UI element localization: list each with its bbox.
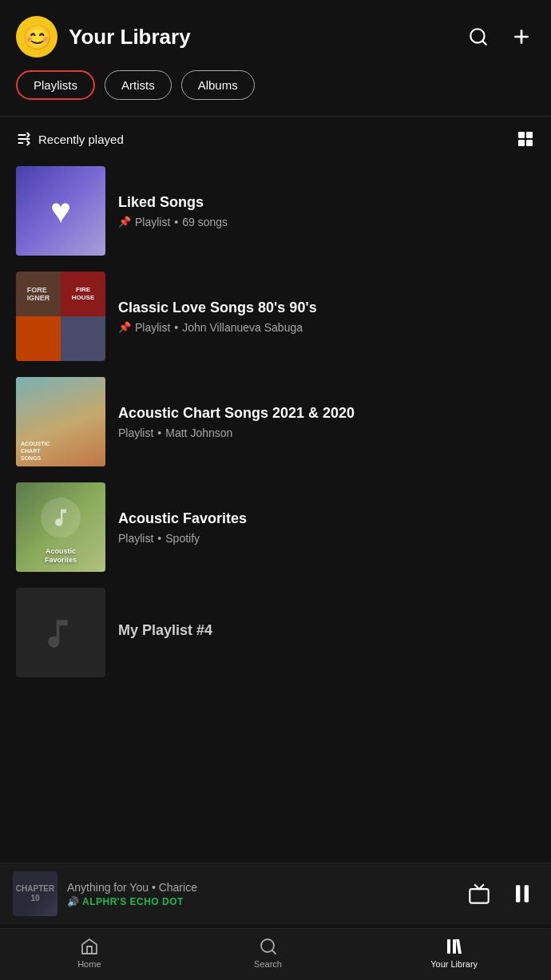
svg-rect-17 <box>453 939 456 954</box>
cast-icon <box>468 883 490 905</box>
plus-icon <box>511 26 532 47</box>
pause-button[interactable] <box>506 878 538 910</box>
add-button[interactable] <box>508 23 535 50</box>
svg-rect-11 <box>470 889 488 903</box>
nav-search-label: Search <box>254 959 282 969</box>
home-icon <box>80 937 99 956</box>
sort-bar: Recently played <box>0 117 551 158</box>
list-item[interactable]: ♥ Liked Songs 📌 Playlist • 69 songs <box>0 158 551 264</box>
list-item[interactable]: FOREIGNER FIREHOUSE Classic Love Songs 8… <box>0 264 551 369</box>
playlist-name: Liked Songs <box>118 194 535 211</box>
playlist-info: Classic Love Songs 80's 90's 📌 Playlist … <box>118 300 535 334</box>
grid-view-button[interactable] <box>516 129 535 149</box>
grid-icon <box>516 129 535 149</box>
heart-icon: ♥ <box>50 191 71 231</box>
playlist-list: ♥ Liked Songs 📌 Playlist • 69 songs FORE… <box>0 158 551 685</box>
tab-artists[interactable]: Artists <box>105 70 172 100</box>
thumb-cell-3 <box>16 316 61 361</box>
playlist-name: Classic Love Songs 80's 90's <box>118 300 535 316</box>
playlist-info: Liked Songs 📌 Playlist • 69 songs <box>118 194 535 228</box>
now-playing-info: Anything for You • Charice 🔊 ALPHR'S ECH… <box>67 881 455 907</box>
bottom-nav: Home Search Your Library <box>0 928 551 980</box>
tab-playlists[interactable]: Playlists <box>16 70 95 100</box>
svg-rect-8 <box>526 132 533 138</box>
playlist-meta: 📌 Playlist • 69 songs <box>118 216 535 228</box>
header: 😊 Your Library <box>0 0 551 70</box>
svg-line-1 <box>482 41 486 45</box>
now-playing-thumb: CHAPTER 10 <box>13 871 57 916</box>
svg-rect-7 <box>518 132 525 138</box>
device-indicator: 🔊 <box>67 896 79 907</box>
acoustic-chart-thumb: ACOUSTICCHARTSONGS <box>16 377 105 466</box>
myplaylist-thumb <box>16 588 105 677</box>
svg-rect-9 <box>518 140 525 146</box>
now-playing-bar[interactable]: CHAPTER 10 Anything for You • Charice 🔊 … <box>0 863 551 924</box>
search-icon <box>468 26 489 47</box>
sort-control[interactable]: Recently played <box>16 131 124 147</box>
pin-icon: 📌 <box>118 216 131 228</box>
music-note-icon <box>44 616 77 649</box>
playlist-meta: 📌 Playlist • John Villanueva Sabuga <box>118 321 535 334</box>
playlist-name: Acoustic Favorites <box>118 510 535 527</box>
list-item[interactable]: My Playlist #4 <box>0 580 551 685</box>
pin-icon: 📌 <box>118 321 131 333</box>
library-icon <box>445 937 464 956</box>
now-playing-title: Anything for You • Charice <box>67 881 455 894</box>
tab-albums[interactable]: Albums <box>181 70 255 100</box>
svg-rect-12 <box>516 885 520 902</box>
thumb-cell-1: FOREIGNER <box>16 272 61 316</box>
acoustic-favorites-thumb: AcousticFavorites <box>16 482 105 572</box>
nav-home[interactable]: Home <box>57 937 121 969</box>
svg-rect-13 <box>525 885 529 902</box>
playlist-info: Acoustic Chart Songs 2021 & 2020 Playlis… <box>118 405 535 439</box>
filter-tabs: Playlists Artists Albums <box>0 70 551 116</box>
classic-love-thumb: FOREIGNER FIREHOUSE <box>16 272 105 361</box>
page-title: Your Library <box>69 25 465 50</box>
liked-songs-thumb: ♥ <box>16 166 105 256</box>
cast-button[interactable] <box>465 879 494 908</box>
playlist-info: Acoustic Favorites Playlist • Spotify <box>118 510 535 545</box>
avatar[interactable]: 😊 <box>16 16 57 58</box>
nav-library[interactable]: Your Library <box>414 937 494 969</box>
playlist-meta: Playlist • Spotify <box>118 532 535 545</box>
list-item[interactable]: AcousticFavorites Acoustic Favorites Pla… <box>0 474 551 580</box>
search-button[interactable] <box>465 23 492 50</box>
playlist-name: My Playlist #4 <box>118 622 535 639</box>
nav-library-label: Your Library <box>430 959 478 969</box>
pause-icon <box>509 881 535 907</box>
svg-rect-16 <box>447 939 450 954</box>
now-playing-device: 🔊 ALPHR'S ECHO DOT <box>67 896 455 907</box>
header-actions <box>465 23 535 50</box>
svg-line-15 <box>272 950 275 954</box>
sort-label: Recently played <box>38 133 124 146</box>
device-name: ALPHR'S ECHO DOT <box>82 896 184 907</box>
thumb-cell-4 <box>61 316 105 361</box>
search-nav-icon <box>259 937 278 956</box>
nav-home-label: Home <box>77 959 101 969</box>
nav-search[interactable]: Search <box>236 937 300 969</box>
playlist-name: Acoustic Chart Songs 2021 & 2020 <box>118 405 535 422</box>
playlist-meta: Playlist • Matt Johnson <box>118 427 535 439</box>
sort-icon <box>16 131 32 147</box>
now-playing-controls <box>465 878 538 910</box>
playlist-info: My Playlist #4 <box>118 622 535 644</box>
list-item[interactable]: ACOUSTICCHARTSONGS Acoustic Chart Songs … <box>0 369 551 474</box>
svg-rect-10 <box>526 140 533 146</box>
thumb-cell-2: FIREHOUSE <box>61 272 105 316</box>
